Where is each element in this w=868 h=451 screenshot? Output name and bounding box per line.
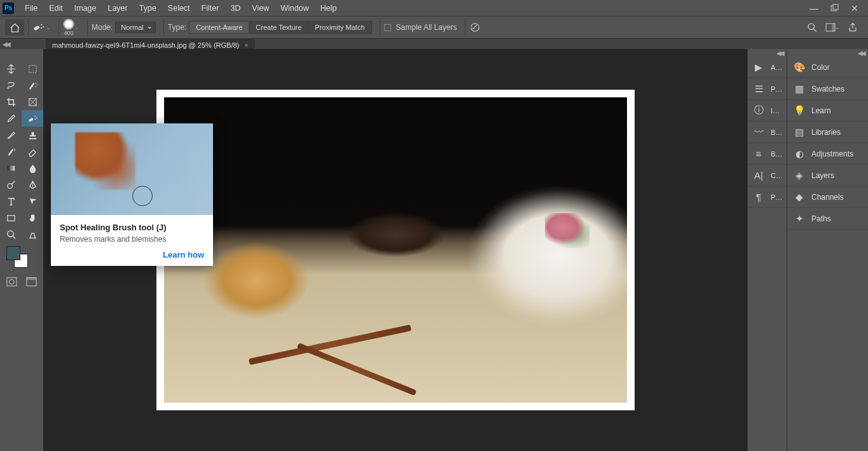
svg-rect-2	[34, 25, 40, 31]
svg-point-5	[41, 27, 42, 29]
quicksel-tool[interactable]	[22, 77, 43, 94]
document-filename: mahmoud-fawzy-qeI9-6T1mi4-unsplash.jpg @…	[52, 41, 239, 49]
blur-tool[interactable]	[22, 160, 43, 176]
document-canvas[interactable]	[156, 90, 635, 410]
path-tool[interactable]	[22, 193, 43, 209]
lasso-tool[interactable]	[0, 77, 22, 94]
channels-icon: ◆	[794, 191, 805, 203]
restore-button[interactable]	[830, 4, 839, 13]
brush-preview-icon	[63, 18, 74, 30]
heal-type-proximity-match[interactable]: Proximity Match	[308, 21, 371, 34]
screen-mode-icon[interactable]	[26, 277, 37, 287]
collapse-toolbar-icon[interactable]: ◀◀	[3, 41, 9, 48]
close-button[interactable]: ✕	[850, 4, 859, 13]
panel-channels[interactable]: ◆Channels	[787, 186, 868, 208]
menu-window[interactable]: Window	[275, 4, 314, 13]
spotheal-tool[interactable]	[22, 110, 43, 127]
tool-preset-caret[interactable]: ⌄	[46, 24, 51, 31]
search-icon[interactable]	[807, 22, 818, 33]
stamp-tool[interactable]	[22, 127, 43, 143]
menu-filter[interactable]: Filter	[196, 4, 225, 13]
dodge-tool[interactable]	[0, 176, 22, 193]
paths-icon: ✦	[794, 213, 805, 225]
blend-mode-dropdown[interactable]: Normal	[115, 22, 155, 33]
mode-label: Mode:	[92, 23, 113, 32]
minimize-button[interactable]: —	[809, 4, 818, 13]
libraries-icon: ▤	[794, 127, 805, 138]
panel-para[interactable]: ¶Pa...	[748, 186, 787, 208]
options-bar: ⌄ 400 ⌄ Mode: Normal Type: Content-Aware…	[0, 16, 868, 39]
move-tool[interactable]	[0, 60, 22, 77]
menu-view[interactable]: View	[246, 4, 275, 13]
color-swatches[interactable]	[0, 242, 43, 274]
type-tool[interactable]	[0, 193, 22, 209]
panel-color[interactable]: 🎨Color	[787, 57, 868, 78]
workspace-switcher[interactable]: ⌄	[825, 23, 840, 32]
app-logo: Ps	[3, 3, 14, 14]
menu-edit[interactable]: Edit	[43, 4, 69, 13]
hand-tool[interactable]	[22, 209, 43, 226]
expand-panels-icon[interactable]: ◀◀	[787, 49, 868, 57]
heal-type-content-aware[interactable]: Content-Aware	[189, 21, 249, 34]
frame-tool[interactable]	[22, 94, 43, 110]
menu-3d[interactable]: 3D	[224, 4, 246, 13]
pen-tool[interactable]	[22, 176, 43, 193]
tooltip-description: Removes marks and blemishes	[60, 235, 204, 244]
panel-paths[interactable]: ✦Paths	[787, 208, 868, 230]
quick-mask-icon[interactable]	[6, 277, 17, 287]
svg-point-20	[7, 183, 12, 188]
brush-preset-picker[interactable]: 400 ⌄	[59, 18, 83, 36]
panel-info[interactable]: ⓘInfo	[748, 100, 787, 121]
svg-point-3	[41, 24, 42, 25]
heal-type-create-texture[interactable]: Create Texture	[249, 21, 308, 34]
panel-brushset[interactable]: 〰Br...	[748, 121, 787, 143]
panel-adjust[interactable]: ◐Adjustments	[787, 143, 868, 165]
expand-panels-icon[interactable]: ◀◀	[748, 49, 787, 57]
crop-tool[interactable]	[0, 94, 22, 110]
menu-type[interactable]: Type	[134, 4, 162, 13]
svg-point-7	[808, 24, 814, 29]
char-icon: A|	[753, 170, 764, 181]
svg-rect-1	[833, 4, 838, 10]
heal-type-segment: Content-AwareCreate TextureProximity Mat…	[189, 21, 371, 34]
rect-tool[interactable]	[0, 209, 22, 226]
panel-play[interactable]: ▶Ac...	[748, 57, 787, 78]
panel-layers[interactable]: ◈Layers	[787, 165, 868, 186]
edit3d-tool[interactable]	[22, 226, 43, 242]
info-icon: ⓘ	[753, 105, 764, 116]
foreground-color-swatch[interactable]	[6, 246, 20, 260]
menu-image[interactable]: Image	[69, 4, 102, 13]
home-button[interactable]	[5, 19, 24, 36]
menu-select[interactable]: Select	[162, 4, 196, 13]
svg-rect-19	[7, 165, 14, 170]
gradient-tool[interactable]	[0, 160, 22, 176]
type-label: Type:	[168, 23, 186, 32]
tooltip-preview-image	[51, 123, 213, 215]
svg-point-16	[34, 115, 36, 116]
para-icon: ¶	[753, 191, 764, 203]
tooltip-learn-link[interactable]: Learn how	[60, 250, 204, 260]
marquee-tool[interactable]	[22, 60, 43, 77]
sample-all-checkbox[interactable]	[384, 24, 391, 31]
eraser-tool[interactable]	[22, 143, 43, 160]
props-icon: ☰	[753, 83, 764, 95]
tooltip-title: Spot Healing Brush tool (J)	[60, 223, 204, 232]
pressure-icon[interactable]	[469, 22, 481, 33]
spot-heal-icon	[32, 22, 45, 33]
panel-learn[interactable]: 💡Learn	[787, 100, 868, 121]
menu-file[interactable]: File	[19, 4, 43, 13]
menu-help[interactable]: Help	[315, 4, 343, 13]
svg-point-6	[471, 24, 479, 32]
panel-brushes[interactable]: ≡Br...	[748, 143, 787, 165]
eyedrop-tool[interactable]	[0, 110, 22, 127]
zoom-tool[interactable]	[0, 226, 22, 242]
brush-tool[interactable]	[0, 127, 22, 143]
close-tab-icon[interactable]: ×	[244, 41, 248, 49]
history-tool[interactable]	[0, 143, 22, 160]
panel-props[interactable]: ☰Pr...	[748, 78, 787, 100]
panel-libraries[interactable]: ▤Libraries	[787, 121, 868, 143]
menu-layer[interactable]: Layer	[102, 4, 133, 13]
panel-swatches[interactable]: ▦Swatches	[787, 78, 868, 100]
share-icon[interactable]	[848, 22, 858, 32]
panel-char[interactable]: A|Ch...	[748, 165, 787, 186]
